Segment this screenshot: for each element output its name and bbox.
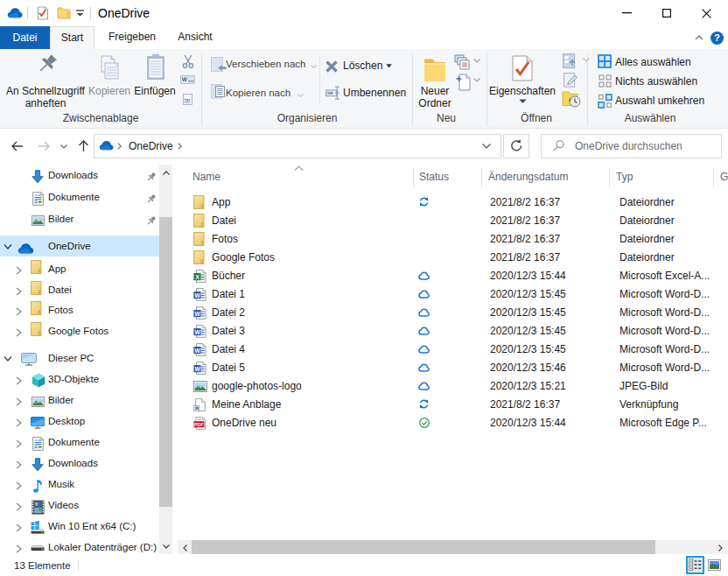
svg-text:X: X [195, 274, 200, 280]
svg-text:W: W [194, 348, 200, 354]
svg-text:W: W [194, 292, 200, 299]
svg-text:W: W [194, 366, 200, 372]
svg-text:W: W [194, 311, 200, 317]
svg-text:PDF: PDF [194, 422, 205, 427]
svg-text:W: W [194, 329, 200, 335]
